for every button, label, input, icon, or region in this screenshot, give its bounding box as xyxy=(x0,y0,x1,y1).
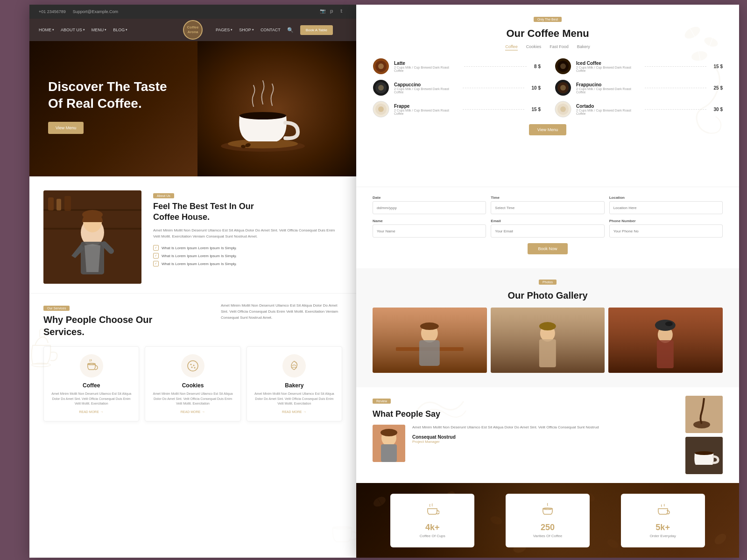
testimonial-quote: Amet Minim Mollit Non Deserunt Ullamco E… xyxy=(412,425,676,431)
svg-point-52 xyxy=(420,322,439,330)
dots-line xyxy=(463,109,524,110)
svg-rect-8 xyxy=(48,197,54,210)
service-card-cookies: Cookies Amet Minim Mollit Non Deserunt U… xyxy=(145,346,240,421)
right-panel: Only The Best Our Coffee Menu Coffee Coo… xyxy=(356,5,739,558)
menu-item-iced: Iced Coffee 2 Cups Milk / Cup Brewed Dar… xyxy=(555,58,723,75)
check-icon-1: ✓ xyxy=(153,245,159,251)
nav-shop[interactable]: SHOP ▾ xyxy=(239,28,254,32)
read-more-bakery[interactable]: READ MORE → xyxy=(253,410,336,413)
about-image xyxy=(43,190,141,284)
booking-form-row1: Date Time Location xyxy=(373,196,723,214)
iced-info: Iced Coffee 2 Cups Milk / Cup Brewed Dar… xyxy=(576,61,637,72)
stat-card-varieties: 250 Varities Of Coffee xyxy=(506,494,590,547)
dots-line xyxy=(645,66,706,67)
cortado-icon xyxy=(555,101,571,118)
read-more-coffee[interactable]: READ MORE → xyxy=(49,410,133,413)
arrow-icon: → xyxy=(303,410,307,413)
iced-name: Iced Coffee xyxy=(576,61,637,66)
check-icon-3: ✓ xyxy=(153,261,159,266)
menu-tab-fastfood[interactable]: Fast Food xyxy=(550,44,569,50)
view-menu-center-button[interactable]: View Menu xyxy=(529,124,566,135)
pinterest-icon[interactable]: 𝕡 xyxy=(330,8,337,15)
about-tag: About Us xyxy=(153,193,174,198)
svg-point-20 xyxy=(191,367,192,368)
cappuccino-name: Cappuccino xyxy=(394,82,455,87)
cappuccino-price: 10 $ xyxy=(532,85,541,91)
svg-rect-9 xyxy=(56,199,61,210)
frappe-desc: 2 Cups Milk / Cup Brewed Dark Roast Coff… xyxy=(394,109,455,115)
svg-point-46 xyxy=(560,106,566,112)
search-icon[interactable]: 🔍 xyxy=(287,27,294,33)
menu-tab-cookies[interactable]: Cookies xyxy=(526,44,542,50)
about-content: About Us Feel The Best Test In Our Coffe… xyxy=(153,190,342,269)
booking-form-row2: Name Email Phone Number xyxy=(373,219,723,238)
name-input[interactable] xyxy=(373,224,486,238)
svg-point-37 xyxy=(378,85,384,91)
cappuccino-icon xyxy=(373,79,389,96)
nav-blog[interactable]: BLOG ▾ xyxy=(113,28,127,32)
stat-varieties-number: 250 xyxy=(517,523,578,532)
instagram-icon[interactable]: 📷 xyxy=(320,8,326,15)
email-text: Support@Example.Com xyxy=(73,9,118,14)
coffee-varieties-icon xyxy=(517,503,578,520)
name-label: Name xyxy=(373,219,486,223)
teapot-watermark xyxy=(23,327,61,383)
phone-field: Phone Number xyxy=(609,219,723,238)
book-now-button[interactable]: Book Now xyxy=(528,243,567,254)
arrow-icon: → xyxy=(100,410,104,413)
svg-point-61 xyxy=(655,320,676,331)
nav-pages[interactable]: PAGES ▾ xyxy=(216,28,233,32)
stat-orders-number: 5k+ xyxy=(632,523,694,532)
nav-contact[interactable]: CONTACT xyxy=(261,28,281,32)
email-input[interactable] xyxy=(491,224,604,238)
svg-point-40 xyxy=(560,85,566,91)
iced-desc: 2 Cups Milk / Cup Brewed Dark Roast Coff… xyxy=(576,66,637,72)
stat-card-cups: 4k+ Coffee Of Cups xyxy=(390,494,474,547)
stat-cups-label: Coffee Of Cups xyxy=(402,534,463,538)
service-desc-cookies: Amet Minim Mollit Non Deserunt Ullamco E… xyxy=(151,392,234,406)
svg-point-62 xyxy=(665,322,673,326)
menu-section: Only The Best Our Coffee Menu Coffee Coo… xyxy=(356,5,739,187)
cortado-price: 30 $ xyxy=(714,107,723,112)
service-desc-bakery: Amet Minim Mollit Non Deserunt Ullamco E… xyxy=(253,392,336,406)
nav-menu[interactable]: MENU ▾ xyxy=(92,28,107,32)
testimonial-role: Project Manager xyxy=(412,440,676,444)
location-input[interactable] xyxy=(609,201,723,214)
hero-title: Discover The Taste Of Real Coffee. xyxy=(48,78,167,112)
menu-tab-coffee[interactable]: Coffee xyxy=(505,44,517,50)
about-description: Amet Minim Mollit Non Deserunt Ullamco E… xyxy=(153,228,342,240)
date-input[interactable] xyxy=(373,201,486,214)
social-icons: 📷 𝕡 𝕥 xyxy=(320,8,347,15)
frappucino-price: 25 $ xyxy=(714,85,723,91)
cappuccino-desc: 2 Cups Milk / Cup Brewed Dark Roast Coff… xyxy=(394,87,455,94)
frappucino-name: Frappucino xyxy=(576,82,637,87)
gallery-woman-svg xyxy=(491,308,605,373)
gallery-title: Our Photo Gallery xyxy=(373,290,723,301)
orders-icon xyxy=(632,503,694,520)
nav-about[interactable]: ABOUT US ▾ xyxy=(61,28,85,32)
svg-point-31 xyxy=(378,63,384,69)
nav-home[interactable]: HOME ▾ xyxy=(39,28,54,32)
view-menu-button[interactable]: View Menu xyxy=(48,122,84,134)
services-tag: Our Services xyxy=(43,306,70,311)
frappe-info: Frappe 2 Cups Milk / Cup Brewed Dark Roa… xyxy=(394,104,455,115)
book-table-button[interactable]: Book A Table xyxy=(300,25,333,35)
bakery-icon-wrap xyxy=(282,354,306,378)
cortado-name: Cortado xyxy=(576,104,637,109)
svg-rect-10 xyxy=(64,196,71,211)
left-panel: +01 23456789 Support@Example.Com 📷 𝕡 𝕥 H… xyxy=(29,5,356,558)
cup-watermark xyxy=(324,514,356,553)
frappe-price: 15 $ xyxy=(532,107,541,112)
read-more-cookies[interactable]: READ MORE → xyxy=(151,410,234,413)
latte-name: Latte xyxy=(394,61,457,66)
booking-section: Date Time Location Name Email Phone xyxy=(356,187,739,268)
phone-text: +01 23456789 xyxy=(39,9,66,14)
time-input[interactable] xyxy=(491,201,604,214)
menu-tab-bakery[interactable]: Bakery xyxy=(577,44,590,50)
twitter-icon[interactable]: 𝕥 xyxy=(340,8,347,15)
gallery-tag-wrap: Photos xyxy=(373,277,723,287)
name-field: Name xyxy=(373,219,486,238)
checklist-item: ✓ What Is Lorem Ipsum Lorem Ipsum Is Sim… xyxy=(153,261,342,266)
dots-line xyxy=(645,88,706,88)
phone-input[interactable] xyxy=(609,224,723,238)
